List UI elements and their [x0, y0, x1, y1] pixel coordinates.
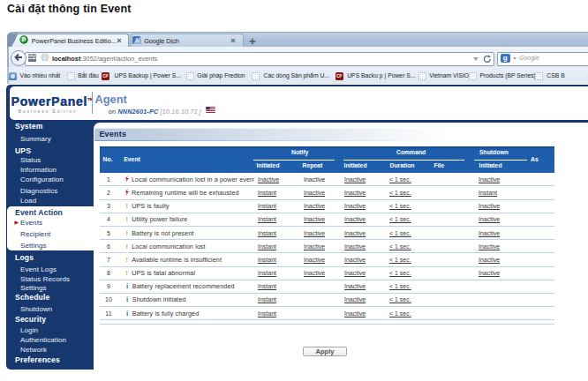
svg-text:A: A — [135, 36, 139, 42]
